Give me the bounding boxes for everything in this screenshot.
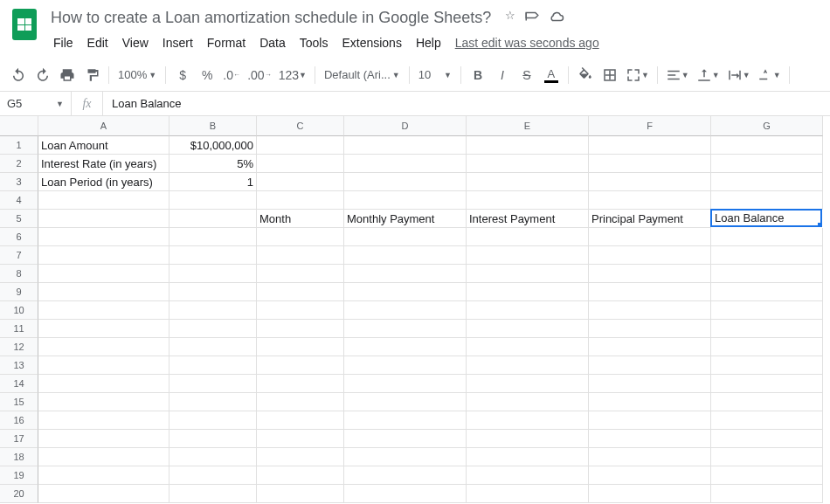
cell-C17[interactable]: [257, 430, 344, 448]
cell-A5[interactable]: [38, 210, 169, 228]
cell-A13[interactable]: [38, 356, 169, 375]
font-size-dropdown[interactable]: 10 ▼: [415, 68, 455, 81]
cell-E16[interactable]: [467, 411, 589, 430]
cell-G6[interactable]: [711, 228, 823, 246]
cell-E5[interactable]: Interest Payment: [467, 210, 589, 228]
cell-D7[interactable]: [344, 246, 467, 265]
row-header-2[interactable]: 2: [0, 155, 38, 173]
cell-D19[interactable]: [344, 466, 467, 485]
cell-F13[interactable]: [589, 356, 711, 375]
cell-C19[interactable]: [257, 466, 344, 485]
row-header-19[interactable]: 19: [0, 466, 38, 485]
cell-B14[interactable]: [169, 375, 257, 393]
cell-F15[interactable]: [589, 393, 711, 411]
cell-G16[interactable]: [711, 411, 823, 430]
row-header-3[interactable]: 3: [0, 173, 38, 191]
menu-insert[interactable]: Insert: [156, 32, 199, 53]
cell-C9[interactable]: [257, 283, 344, 301]
cell-F4[interactable]: [589, 191, 711, 210]
cell-D12[interactable]: [344, 338, 467, 356]
row-header-8[interactable]: 8: [0, 265, 38, 283]
cell-B6[interactable]: [169, 228, 257, 246]
cell-C12[interactable]: [257, 338, 344, 356]
cell-A12[interactable]: [38, 338, 169, 356]
cell-F10[interactable]: [589, 301, 711, 320]
cell-A14[interactable]: [38, 375, 169, 393]
cell-A17[interactable]: [38, 430, 169, 448]
cell-E7[interactable]: [467, 246, 589, 265]
horizontal-align-button[interactable]: ▼: [663, 64, 692, 86]
formula-bar[interactable]: Loan Balance: [103, 97, 830, 110]
fill-color-button[interactable]: [574, 64, 597, 86]
cell-B10[interactable]: [169, 301, 257, 320]
cell-G9[interactable]: [711, 283, 823, 301]
cell-B3[interactable]: 1: [169, 173, 257, 191]
cell-B15[interactable]: [169, 393, 257, 411]
cell-C18[interactable]: [257, 448, 344, 466]
cell-B7[interactable]: [169, 246, 257, 265]
italic-button[interactable]: I: [491, 64, 514, 86]
cell-B9[interactable]: [169, 283, 257, 301]
cell-C7[interactable]: [257, 246, 344, 265]
text-wrap-button[interactable]: ▼: [724, 64, 753, 86]
cell-C6[interactable]: [257, 228, 344, 246]
cell-G19[interactable]: [711, 466, 823, 485]
menu-data[interactable]: Data: [253, 32, 292, 53]
cell-D5[interactable]: Monthly Payment: [344, 210, 467, 228]
row-header-13[interactable]: 13: [0, 356, 38, 375]
row-header-1[interactable]: 1: [0, 136, 38, 155]
cell-B8[interactable]: [169, 265, 257, 283]
more-formats-dropdown[interactable]: 123▼: [276, 64, 309, 86]
move-icon[interactable]: [524, 9, 540, 27]
row-header-4[interactable]: 4: [0, 191, 38, 210]
cell-G14[interactable]: [711, 375, 823, 393]
cell-D13[interactable]: [344, 356, 467, 375]
cell-D3[interactable]: [344, 173, 467, 191]
cell-D9[interactable]: [344, 283, 467, 301]
undo-button[interactable]: [7, 64, 30, 86]
cell-G20[interactable]: [711, 485, 823, 503]
cell-F8[interactable]: [589, 265, 711, 283]
cell-G11[interactable]: [711, 320, 823, 338]
cell-F11[interactable]: [589, 320, 711, 338]
row-header-16[interactable]: 16: [0, 411, 38, 430]
currency-button[interactable]: $: [171, 64, 194, 86]
cell-C1[interactable]: [257, 136, 344, 155]
cell-A1[interactable]: Loan Amount: [38, 136, 169, 155]
row-header-11[interactable]: 11: [0, 320, 38, 338]
cell-B19[interactable]: [169, 466, 257, 485]
cell-F16[interactable]: [589, 411, 711, 430]
cell-A16[interactable]: [38, 411, 169, 430]
row-header-14[interactable]: 14: [0, 375, 38, 393]
menu-extensions[interactable]: Extensions: [335, 32, 407, 53]
text-rotation-button[interactable]: ▼: [755, 64, 784, 86]
cell-G2[interactable]: [711, 155, 823, 173]
vertical-align-button[interactable]: ▼: [694, 64, 723, 86]
cell-E20[interactable]: [467, 485, 589, 503]
menu-tools[interactable]: Tools: [294, 32, 335, 53]
cell-G4[interactable]: [711, 191, 823, 210]
decrease-decimal-button[interactable]: .0←: [220, 64, 243, 86]
cell-D2[interactable]: [344, 155, 467, 173]
cell-C11[interactable]: [257, 320, 344, 338]
column-header-E[interactable]: E: [467, 116, 589, 136]
row-header-17[interactable]: 17: [0, 430, 38, 448]
row-header-6[interactable]: 6: [0, 228, 38, 246]
cell-C16[interactable]: [257, 411, 344, 430]
cell-B11[interactable]: [169, 320, 257, 338]
cell-E1[interactable]: [467, 136, 589, 155]
cell-G5[interactable]: Loan Balance: [710, 209, 822, 227]
cell-E3[interactable]: [467, 173, 589, 191]
cell-B4[interactable]: [169, 191, 257, 210]
cell-G13[interactable]: [711, 356, 823, 375]
cell-E12[interactable]: [467, 338, 589, 356]
cell-F7[interactable]: [589, 246, 711, 265]
cell-E10[interactable]: [467, 301, 589, 320]
cell-E14[interactable]: [467, 375, 589, 393]
cell-B16[interactable]: [169, 411, 257, 430]
cell-G18[interactable]: [711, 448, 823, 466]
cell-E6[interactable]: [467, 228, 589, 246]
paint-format-button[interactable]: [80, 64, 103, 86]
cell-C5[interactable]: Month: [257, 210, 344, 228]
cell-B13[interactable]: [169, 356, 257, 375]
